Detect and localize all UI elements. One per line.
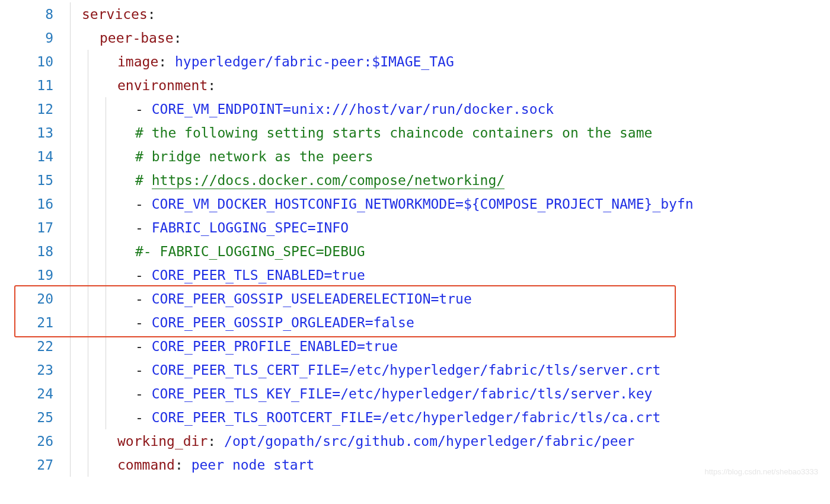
indent-guide [88, 121, 88, 145]
yaml-key: working_dir [117, 433, 208, 449]
code-content: - CORE_PEER_TLS_ENABLED=true [135, 263, 365, 287]
line-number: 25 [0, 406, 65, 429]
line-number: 15 [0, 168, 65, 192]
line-number: 22 [0, 334, 65, 358]
yaml-plain: - [135, 101, 152, 117]
code-line: 19- CORE_PEER_TLS_ENABLED=true [0, 263, 830, 287]
yaml-value: FABRIC_LOGGING_SPEC=INFO [152, 220, 349, 235]
yaml-value: CORE_PEER_GOSSIP_USELEADERELECTION=true [152, 291, 472, 307]
code-content: environment: [117, 74, 216, 97]
line-number: 9 [0, 26, 65, 50]
yaml-key: image [117, 54, 158, 69]
indent-guide [106, 121, 106, 145]
yaml-key: peer-base [100, 30, 174, 46]
code-line: 25- CORE_PEER_TLS_ROOTCERT_FILE=/etc/hyp… [0, 406, 830, 429]
yaml-comment: # the following setting starts chaincode… [135, 125, 652, 141]
code-content: peer-base: [100, 26, 181, 50]
code-content: # https://docs.docker.com/compose/networ… [135, 168, 505, 192]
yaml-plain: - [135, 267, 152, 283]
yaml-value: CORE_PEER_GOSSIP_ORGLEADER=false [152, 315, 414, 330]
code-line: 22- CORE_PEER_PROFILE_ENABLED=true [0, 334, 830, 358]
indent-guide [70, 26, 71, 50]
code-line: 10image: hyperledger/fabric-peer:$IMAGE_… [0, 50, 830, 74]
indent-guide [70, 121, 71, 145]
code-line: 11environment: [0, 74, 830, 97]
line-number: 16 [0, 192, 65, 216]
indent-guide [106, 145, 106, 168]
yaml-value: CORE_PEER_TLS_ROOTCERT_FILE=/etc/hyperle… [152, 410, 661, 425]
indent-guide [106, 358, 106, 382]
yaml-key: command [117, 457, 175, 473]
line-number: 10 [0, 50, 65, 74]
code-content: - CORE_PEER_TLS_KEY_FILE=/etc/hyperledge… [135, 382, 652, 406]
line-number: 23 [0, 358, 65, 382]
code-content: #- FABRIC_LOGGING_SPEC=DEBUG [135, 240, 365, 263]
indent-guide [88, 311, 88, 334]
code-content: services: [82, 2, 156, 26]
code-line: 24- CORE_PEER_TLS_KEY_FILE=/etc/hyperled… [0, 382, 830, 406]
yaml-value: hyperledger/fabric-peer:$IMAGE_TAG [175, 54, 454, 69]
indent-guide [88, 406, 88, 429]
code-line: 13# the following setting starts chainco… [0, 121, 830, 145]
yaml-plain: : [175, 457, 191, 473]
code-line: 16- CORE_VM_DOCKER_HOSTCONFIG_NETWORKMOD… [0, 192, 830, 216]
code-content: - CORE_PEER_TLS_ROOTCERT_FILE=/etc/hyper… [135, 406, 660, 429]
indent-guide [88, 74, 88, 97]
watermark: https://blog.csdn.net/shebao3333 [704, 460, 818, 477]
indent-guide [70, 145, 71, 168]
code-line: 23- CORE_PEER_TLS_CERT_FILE=/etc/hyperle… [0, 358, 830, 382]
yaml-comment: # [135, 173, 152, 188]
yaml-comment: #- FABRIC_LOGGING_SPEC=DEBUG [135, 244, 365, 259]
indent-guide [70, 74, 71, 97]
code-content: - CORE_PEER_GOSSIP_USELEADERELECTION=tru… [135, 287, 472, 311]
indent-guide [106, 406, 106, 429]
yaml-plain: - [135, 339, 152, 354]
line-number: 13 [0, 121, 65, 145]
code-content: - CORE_VM_ENDPOINT=unix:///host/var/run/… [135, 97, 554, 121]
line-number: 21 [0, 311, 65, 334]
indent-guide [106, 97, 106, 121]
indent-guide [88, 263, 88, 287]
code-content: working_dir: /opt/gopath/src/github.com/… [117, 429, 634, 453]
line-number: 12 [0, 97, 65, 121]
code-content: # bridge network as the peers [135, 145, 374, 168]
yaml-plain: : [148, 7, 156, 22]
yaml-plain: - [135, 196, 152, 212]
code-content: - CORE_PEER_GOSSIP_ORGLEADER=false [135, 311, 414, 334]
indent-guide [70, 334, 71, 358]
indent-guide [88, 334, 88, 358]
yaml-plain: - [135, 386, 152, 401]
yaml-value: CORE_PEER_TLS_ENABLED=true [152, 267, 365, 283]
line-number: 14 [0, 145, 65, 168]
line-number: 26 [0, 429, 65, 453]
line-number: 18 [0, 240, 65, 263]
indent-guide [106, 382, 106, 406]
indent-guide [88, 358, 88, 382]
indent-guide [88, 50, 88, 74]
yaml-value: peer node start [191, 457, 315, 473]
code-container: 8services:9peer-base:10image: hyperledge… [0, 0, 830, 477]
indent-guide [88, 382, 88, 406]
indent-guide [70, 406, 71, 429]
indent-guide [70, 168, 71, 192]
yaml-plain: - [135, 362, 152, 378]
yaml-value: CORE_VM_DOCKER_HOSTCONFIG_NETWORKMODE=${… [152, 196, 694, 212]
indent-guide [70, 192, 71, 216]
code-line: 8services: [0, 2, 830, 26]
indent-guide [70, 287, 71, 311]
code-content: - CORE_PEER_TLS_CERT_FILE=/etc/hyperledg… [135, 358, 660, 382]
indent-guide [106, 287, 106, 311]
code-content: - CORE_PEER_PROFILE_ENABLED=true [135, 334, 398, 358]
code-content: - CORE_VM_DOCKER_HOSTCONFIG_NETWORKMODE=… [135, 192, 694, 216]
yaml-value: CORE_VM_ENDPOINT=unix:///host/var/run/do… [152, 101, 554, 117]
code-line: 20- CORE_PEER_GOSSIP_USELEADERELECTION=t… [0, 287, 830, 311]
code-line: 15# https://docs.docker.com/compose/netw… [0, 168, 830, 192]
indent-guide [106, 334, 106, 358]
indent-guide [70, 240, 71, 263]
line-number: 27 [0, 453, 65, 477]
yaml-value: CORE_PEER_TLS_KEY_FILE=/etc/hyperledger/… [152, 386, 653, 401]
indent-guide [106, 240, 106, 263]
indent-guide [88, 429, 88, 453]
indent-guide [88, 192, 88, 216]
indent-guide [106, 216, 106, 240]
